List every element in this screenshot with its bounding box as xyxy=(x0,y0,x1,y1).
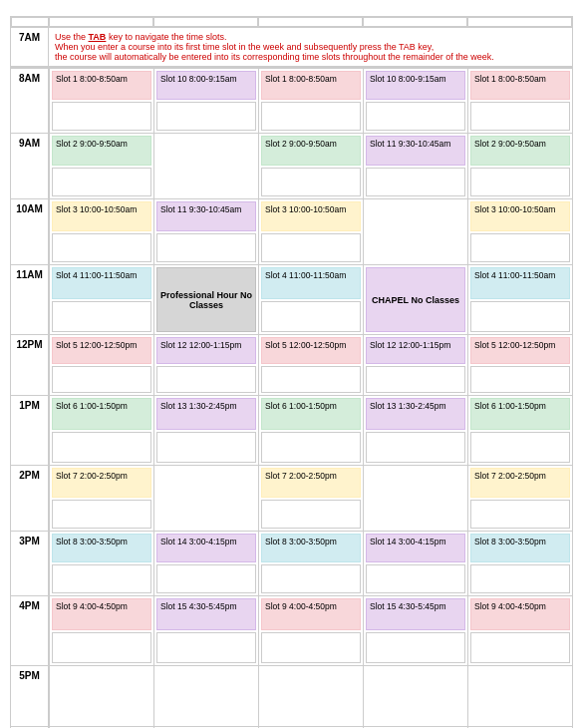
slot-12pm-thursday-0[interactable]: Slot 12 12:00-1:15pm xyxy=(366,337,465,364)
cell-12pm-friday[interactable]: Slot 5 12:00-12:50pm xyxy=(467,335,572,395)
slot-4pm-thursday-0[interactable]: Slot 15 4:30-5:45pm xyxy=(366,598,465,630)
slot-input-10am-tuesday-0[interactable] xyxy=(156,233,256,263)
cell-2pm-thursday[interactable] xyxy=(363,466,467,531)
cell-4pm-monday[interactable]: Slot 9 4:00-4:50pm xyxy=(49,596,153,665)
slot-input-11am-monday-0[interactable] xyxy=(52,301,151,333)
slot-3pm-monday-0[interactable]: Slot 8 3:00-3:50pm xyxy=(52,534,151,562)
cell-11am-tuesday[interactable]: Professional Hour No Classes xyxy=(153,265,258,334)
slot-input-3pm-tuesday-0[interactable] xyxy=(156,564,256,593)
slot-input-3pm-monday-0[interactable] xyxy=(52,564,151,593)
slot-input-3pm-thursday-0[interactable] xyxy=(366,564,465,593)
slot-input-4pm-wednesday-0[interactable] xyxy=(261,632,361,664)
slot-input-1pm-monday-0[interactable] xyxy=(52,432,151,464)
cell-11am-thursday[interactable]: CHAPEL No Classes xyxy=(363,265,467,334)
slot-input-12pm-tuesday-0[interactable] xyxy=(156,366,256,393)
slot-3pm-thursday-0[interactable]: Slot 14 3:00-4:15pm xyxy=(366,534,465,562)
cell-12pm-monday[interactable]: Slot 5 12:00-12:50pm xyxy=(49,335,153,395)
cell-12pm-tuesday[interactable]: Slot 12 12:00-1:15pm xyxy=(153,335,258,395)
slot-3pm-tuesday-0[interactable]: Slot 14 3:00-4:15pm xyxy=(156,534,256,562)
cell-5pm-friday[interactable] xyxy=(467,666,572,726)
slot-4pm-wednesday-0[interactable]: Slot 9 4:00-4:50pm xyxy=(261,598,361,630)
slot-input-3pm-wednesday-0[interactable] xyxy=(261,564,361,593)
slot-input-11am-wednesday-0[interactable] xyxy=(261,301,361,333)
cell-11am-friday[interactable]: Slot 4 11:00-11:50am xyxy=(467,265,572,334)
slot-8am-friday-0[interactable]: Slot 1 8:00-8:50am xyxy=(470,71,570,100)
slot-11am-tuesday-0[interactable]: Professional Hour No Classes xyxy=(156,267,256,332)
cell-4pm-friday[interactable]: Slot 9 4:00-4:50pm xyxy=(467,596,572,665)
slot-input-9am-monday-0[interactable] xyxy=(52,168,151,197)
cell-2pm-monday[interactable]: Slot 7 2:00-2:50pm xyxy=(49,466,153,531)
cell-9am-wednesday[interactable]: Slot 2 9:00-9:50am xyxy=(258,134,363,198)
slot-10am-friday-0[interactable]: Slot 3 10:00-10:50am xyxy=(470,201,570,231)
slot-11am-wednesday-0[interactable]: Slot 4 11:00-11:50am xyxy=(261,267,361,299)
slot-input-1pm-tuesday-0[interactable] xyxy=(156,432,256,464)
slot-input-9am-wednesday-0[interactable] xyxy=(261,168,361,197)
slot-input-10am-monday-0[interactable] xyxy=(52,233,151,263)
cell-12pm-wednesday[interactable]: Slot 5 12:00-12:50pm xyxy=(258,335,363,395)
cell-10am-friday[interactable]: Slot 3 10:00-10:50am xyxy=(467,199,572,264)
slot-11am-monday-0[interactable]: Slot 4 11:00-11:50am xyxy=(52,267,151,299)
cell-2pm-wednesday[interactable]: Slot 7 2:00-2:50pm xyxy=(258,466,363,531)
cell-8am-wednesday[interactable]: Slot 1 8:00-8:50am xyxy=(258,69,363,133)
slot-3pm-wednesday-0[interactable]: Slot 8 3:00-3:50pm xyxy=(261,534,361,562)
cell-10am-thursday[interactable] xyxy=(363,199,467,264)
slot-input-12pm-monday-0[interactable] xyxy=(52,366,151,393)
slot-input-12pm-friday-0[interactable] xyxy=(470,366,570,393)
slot-1pm-thursday-0[interactable]: Slot 13 1:30-2:45pm xyxy=(366,398,465,430)
cell-1pm-friday[interactable]: Slot 6 1:00-1:50pm xyxy=(467,396,572,465)
slot-9am-monday-0[interactable]: Slot 2 9:00-9:50am xyxy=(52,136,151,166)
cell-4pm-thursday[interactable]: Slot 15 4:30-5:45pm xyxy=(363,596,467,665)
slot-input-8am-monday-0[interactable] xyxy=(52,102,151,131)
slot-input-9am-thursday-0[interactable] xyxy=(366,168,465,197)
slot-11am-friday-0[interactable]: Slot 4 11:00-11:50am xyxy=(470,267,570,299)
slot-2pm-monday-0[interactable]: Slot 7 2:00-2:50pm xyxy=(52,468,151,498)
slot-input-1pm-friday-0[interactable] xyxy=(470,432,570,464)
cell-8am-monday[interactable]: Slot 1 8:00-8:50am xyxy=(49,69,153,133)
cell-8am-tuesday[interactable]: Slot 10 8:00-9:15am xyxy=(153,69,258,133)
slot-12pm-tuesday-0[interactable]: Slot 12 12:00-1:15pm xyxy=(156,337,256,364)
slot-8am-monday-0[interactable]: Slot 1 8:00-8:50am xyxy=(52,71,151,100)
slot-4pm-monday-0[interactable]: Slot 9 4:00-4:50pm xyxy=(52,598,151,630)
cell-5pm-wednesday[interactable] xyxy=(258,666,363,726)
slot-12pm-wednesday-0[interactable]: Slot 5 12:00-12:50pm xyxy=(261,337,361,364)
cell-10am-tuesday[interactable]: Slot 11 9:30-10:45am xyxy=(153,199,258,264)
slot-input-8am-friday-0[interactable] xyxy=(470,102,570,131)
slot-input-12pm-thursday-0[interactable] xyxy=(366,366,465,393)
slot-input-8am-tuesday-0[interactable] xyxy=(156,102,256,131)
slot-input-4pm-monday-0[interactable] xyxy=(52,632,151,664)
slot-input-3pm-friday-0[interactable] xyxy=(470,564,570,593)
slot-11am-thursday-0[interactable]: CHAPEL No Classes xyxy=(366,267,465,332)
cell-4pm-tuesday[interactable]: Slot 15 4:30-5:45pm xyxy=(153,596,258,665)
cell-11am-monday[interactable]: Slot 4 11:00-11:50am xyxy=(49,265,153,334)
slot-1pm-wednesday-0[interactable]: Slot 6 1:00-1:50pm xyxy=(261,398,361,430)
slot-input-12pm-wednesday-0[interactable] xyxy=(261,366,361,393)
cell-3pm-friday[interactable]: Slot 8 3:00-3:50pm xyxy=(467,532,572,595)
slot-input-1pm-thursday-0[interactable] xyxy=(366,432,465,464)
cell-10am-monday[interactable]: Slot 3 10:00-10:50am xyxy=(49,199,153,264)
cell-8am-thursday[interactable]: Slot 10 8:00-9:15am xyxy=(363,69,467,133)
cell-10am-wednesday[interactable]: Slot 3 10:00-10:50am xyxy=(258,199,363,264)
slot-input-10am-friday-0[interactable] xyxy=(470,233,570,263)
slot-9am-wednesday-0[interactable]: Slot 2 9:00-9:50am xyxy=(261,136,361,166)
slot-8am-thursday-0[interactable]: Slot 10 8:00-9:15am xyxy=(366,71,465,100)
slot-input-11am-friday-0[interactable] xyxy=(470,301,570,333)
slot-8am-tuesday-0[interactable]: Slot 10 8:00-9:15am xyxy=(156,71,256,100)
slot-12pm-monday-0[interactable]: Slot 5 12:00-12:50pm xyxy=(52,337,151,364)
slot-input-4pm-thursday-0[interactable] xyxy=(366,632,465,664)
slot-1pm-tuesday-0[interactable]: Slot 13 1:30-2:45pm xyxy=(156,398,256,430)
cell-1pm-wednesday[interactable]: Slot 6 1:00-1:50pm xyxy=(258,396,363,465)
cell-9am-tuesday[interactable] xyxy=(153,134,258,198)
slot-input-2pm-friday-0[interactable] xyxy=(470,500,570,530)
slot-2pm-wednesday-0[interactable]: Slot 7 2:00-2:50pm xyxy=(261,468,361,498)
cell-5pm-thursday[interactable] xyxy=(363,666,467,726)
cell-9am-monday[interactable]: Slot 2 9:00-9:50am xyxy=(49,134,153,198)
slot-12pm-friday-0[interactable]: Slot 5 12:00-12:50pm xyxy=(470,337,570,364)
cell-4pm-wednesday[interactable]: Slot 9 4:00-4:50pm xyxy=(258,596,363,665)
cell-2pm-friday[interactable]: Slot 7 2:00-2:50pm xyxy=(467,466,572,531)
slot-9am-thursday-0[interactable]: Slot 11 9:30-10:45am xyxy=(366,136,465,166)
slot-2pm-friday-0[interactable]: Slot 7 2:00-2:50pm xyxy=(470,468,570,498)
slot-input-2pm-wednesday-0[interactable] xyxy=(261,500,361,530)
cell-3pm-thursday[interactable]: Slot 14 3:00-4:15pm xyxy=(363,532,467,595)
cell-8am-friday[interactable]: Slot 1 8:00-8:50am xyxy=(467,69,572,133)
slot-input-1pm-wednesday-0[interactable] xyxy=(261,432,361,464)
